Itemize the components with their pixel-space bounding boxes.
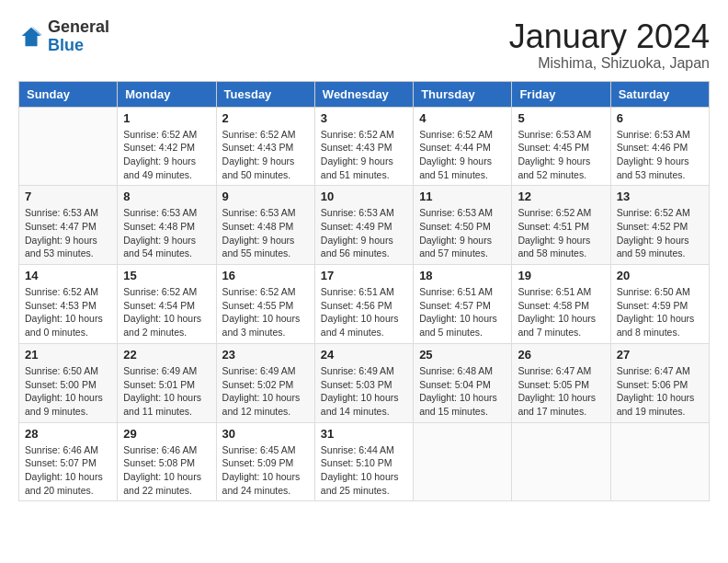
day-cell: 30Sunrise: 6:45 AM Sunset: 5:09 PM Dayli…	[216, 422, 314, 501]
day-number: 4	[419, 111, 506, 125]
header-sunday: Sunday	[19, 81, 118, 107]
day-info: Sunrise: 6:46 AM Sunset: 5:08 PM Dayligh…	[123, 443, 210, 498]
day-cell: 16Sunrise: 6:52 AM Sunset: 4:55 PM Dayli…	[216, 265, 314, 344]
day-number: 23	[222, 348, 309, 362]
day-cell: 11Sunrise: 6:53 AM Sunset: 4:50 PM Dayli…	[414, 186, 512, 265]
day-cell: 26Sunrise: 6:47 AM Sunset: 5:05 PM Dayli…	[512, 343, 610, 422]
day-number: 2	[222, 111, 309, 125]
day-info: Sunrise: 6:52 AM Sunset: 4:44 PM Dayligh…	[419, 128, 506, 182]
day-number: 26	[518, 348, 604, 362]
header-tuesday: Tuesday	[216, 81, 314, 107]
day-number: 30	[222, 427, 309, 441]
day-cell: 1Sunrise: 6:52 AM Sunset: 4:42 PM Daylig…	[118, 107, 216, 186]
day-info: Sunrise: 6:52 AM Sunset: 4:43 PM Dayligh…	[321, 128, 407, 182]
day-info: Sunrise: 6:53 AM Sunset: 4:45 PM Dayligh…	[518, 128, 604, 182]
week-row-3: 14Sunrise: 6:52 AM Sunset: 4:53 PM Dayli…	[19, 265, 710, 344]
header-friday: Friday	[512, 81, 610, 107]
day-info: Sunrise: 6:52 AM Sunset: 4:42 PM Dayligh…	[123, 128, 210, 182]
day-number: 19	[518, 269, 604, 282]
day-number: 8	[123, 190, 210, 203]
day-number: 15	[123, 269, 210, 282]
day-cell	[19, 107, 118, 186]
week-row-5: 28Sunrise: 6:46 AM Sunset: 5:07 PM Dayli…	[19, 422, 710, 501]
day-info: Sunrise: 6:45 AM Sunset: 5:09 PM Dayligh…	[222, 443, 309, 498]
day-cell: 19Sunrise: 6:51 AM Sunset: 4:58 PM Dayli…	[512, 265, 610, 344]
page-header: General Blue January 2024 Mishima, Shizu…	[18, 18, 710, 72]
day-number: 16	[222, 269, 309, 282]
day-cell: 23Sunrise: 6:49 AM Sunset: 5:02 PM Dayli…	[216, 343, 314, 422]
day-number: 18	[419, 269, 506, 282]
day-info: Sunrise: 6:49 AM Sunset: 5:03 PM Dayligh…	[321, 364, 407, 419]
day-number: 25	[419, 348, 506, 362]
day-info: Sunrise: 6:51 AM Sunset: 4:57 PM Dayligh…	[419, 285, 506, 339]
day-number: 7	[25, 190, 111, 203]
day-number: 1	[123, 111, 210, 125]
day-info: Sunrise: 6:46 AM Sunset: 5:07 PM Dayligh…	[25, 443, 111, 498]
location: Mishima, Shizuoka, Japan	[509, 55, 710, 72]
day-cell	[512, 422, 610, 501]
day-number: 6	[617, 111, 703, 125]
day-info: Sunrise: 6:52 AM Sunset: 4:52 PM Dayligh…	[617, 206, 703, 260]
day-cell: 14Sunrise: 6:52 AM Sunset: 4:53 PM Dayli…	[19, 265, 118, 344]
day-info: Sunrise: 6:53 AM Sunset: 4:50 PM Dayligh…	[419, 206, 506, 260]
day-info: Sunrise: 6:53 AM Sunset: 4:49 PM Dayligh…	[321, 206, 407, 260]
day-number: 21	[25, 348, 111, 362]
day-cell: 21Sunrise: 6:50 AM Sunset: 5:00 PM Dayli…	[19, 343, 118, 422]
day-info: Sunrise: 6:47 AM Sunset: 5:06 PM Dayligh…	[617, 364, 703, 419]
day-cell: 2Sunrise: 6:52 AM Sunset: 4:43 PM Daylig…	[216, 107, 314, 186]
logo-icon	[18, 24, 44, 50]
day-info: Sunrise: 6:52 AM Sunset: 4:51 PM Dayligh…	[518, 206, 604, 260]
day-number: 28	[25, 427, 111, 441]
day-cell: 29Sunrise: 6:46 AM Sunset: 5:08 PM Dayli…	[118, 422, 216, 501]
day-cell: 6Sunrise: 6:53 AM Sunset: 4:46 PM Daylig…	[610, 107, 709, 186]
week-row-2: 7Sunrise: 6:53 AM Sunset: 4:47 PM Daylig…	[19, 186, 710, 265]
title-block: January 2024 Mishima, Shizuoka, Japan	[509, 18, 710, 72]
day-info: Sunrise: 6:49 AM Sunset: 5:01 PM Dayligh…	[123, 364, 210, 419]
week-row-4: 21Sunrise: 6:50 AM Sunset: 5:00 PM Dayli…	[19, 343, 710, 422]
logo-blue-text: Blue	[48, 37, 109, 55]
day-number: 20	[617, 269, 703, 282]
day-cell: 13Sunrise: 6:52 AM Sunset: 4:52 PM Dayli…	[610, 186, 709, 265]
day-cell: 12Sunrise: 6:52 AM Sunset: 4:51 PM Dayli…	[512, 186, 610, 265]
day-info: Sunrise: 6:53 AM Sunset: 4:47 PM Dayligh…	[25, 206, 111, 260]
week-row-1: 1Sunrise: 6:52 AM Sunset: 4:42 PM Daylig…	[19, 107, 710, 186]
day-cell: 5Sunrise: 6:53 AM Sunset: 4:45 PM Daylig…	[512, 107, 610, 186]
day-number: 10	[321, 190, 407, 203]
day-info: Sunrise: 6:51 AM Sunset: 4:56 PM Dayligh…	[321, 285, 407, 339]
day-cell	[414, 422, 512, 501]
logo-text: General Blue	[48, 18, 109, 55]
day-cell: 20Sunrise: 6:50 AM Sunset: 4:59 PM Dayli…	[610, 265, 709, 344]
header-thursday: Thursday	[414, 81, 512, 107]
day-number: 14	[25, 269, 111, 282]
day-number: 22	[123, 348, 210, 362]
day-number: 27	[617, 348, 703, 362]
day-info: Sunrise: 6:53 AM Sunset: 4:46 PM Dayligh…	[617, 128, 703, 182]
day-cell: 10Sunrise: 6:53 AM Sunset: 4:49 PM Dayli…	[314, 186, 413, 265]
day-number: 9	[222, 190, 309, 203]
day-cell: 28Sunrise: 6:46 AM Sunset: 5:07 PM Dayli…	[19, 422, 118, 501]
day-cell: 27Sunrise: 6:47 AM Sunset: 5:06 PM Dayli…	[610, 343, 709, 422]
day-cell: 25Sunrise: 6:48 AM Sunset: 5:04 PM Dayli…	[414, 343, 512, 422]
calendar-table: SundayMondayTuesdayWednesdayThursdayFrid…	[18, 81, 710, 502]
day-number: 29	[123, 427, 210, 441]
day-cell: 22Sunrise: 6:49 AM Sunset: 5:01 PM Dayli…	[118, 343, 216, 422]
day-cell: 8Sunrise: 6:53 AM Sunset: 4:48 PM Daylig…	[118, 186, 216, 265]
header-saturday: Saturday	[610, 81, 709, 107]
day-cell: 3Sunrise: 6:52 AM Sunset: 4:43 PM Daylig…	[314, 107, 413, 186]
day-info: Sunrise: 6:52 AM Sunset: 4:53 PM Dayligh…	[25, 285, 111, 339]
day-cell: 31Sunrise: 6:44 AM Sunset: 5:10 PM Dayli…	[314, 422, 413, 501]
logo-general-text: General	[48, 18, 109, 37]
day-info: Sunrise: 6:52 AM Sunset: 4:55 PM Dayligh…	[222, 285, 309, 339]
day-info: Sunrise: 6:50 AM Sunset: 4:59 PM Dayligh…	[617, 285, 703, 339]
logo: General Blue	[18, 18, 109, 55]
day-number: 3	[321, 111, 407, 125]
day-number: 17	[321, 269, 407, 282]
day-cell: 24Sunrise: 6:49 AM Sunset: 5:03 PM Dayli…	[314, 343, 413, 422]
day-info: Sunrise: 6:48 AM Sunset: 5:04 PM Dayligh…	[419, 364, 506, 419]
month-title: January 2024	[509, 18, 710, 55]
day-number: 12	[518, 190, 604, 203]
day-info: Sunrise: 6:47 AM Sunset: 5:05 PM Dayligh…	[518, 364, 604, 419]
day-info: Sunrise: 6:50 AM Sunset: 5:00 PM Dayligh…	[25, 364, 111, 419]
day-info: Sunrise: 6:49 AM Sunset: 5:02 PM Dayligh…	[222, 364, 309, 419]
day-info: Sunrise: 6:52 AM Sunset: 4:43 PM Dayligh…	[222, 128, 309, 182]
